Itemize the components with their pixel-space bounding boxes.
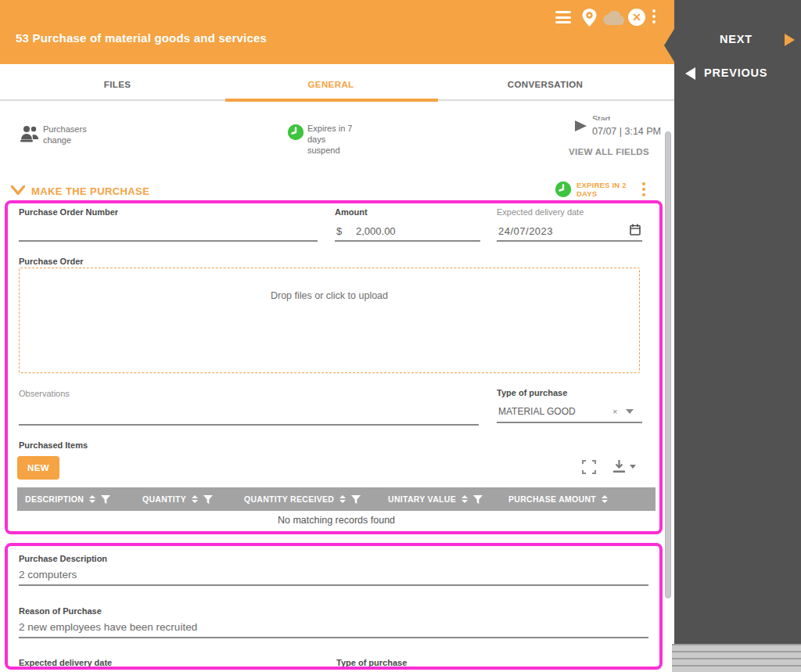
purchase-description-field[interactable]: 2 computers [19, 569, 77, 580]
purchase-description-label: Purchase Description [19, 554, 107, 563]
reason-underline [19, 637, 648, 638]
type-of-purchase-select[interactable]: MATERIAL GOOD [498, 406, 576, 417]
page-title: 53 Purchase of material goods and servic… [16, 31, 267, 45]
delivery-date-underline [497, 240, 642, 242]
dropzone-hint: Drop files or click to upload [20, 290, 639, 301]
section-expiry-clock-icon [555, 181, 571, 197]
filter-icon[interactable] [473, 495, 483, 504]
observations-input[interactable] [19, 424, 479, 426]
section-title[interactable]: MAKE THE PURCHASE [31, 185, 149, 197]
location-pin-icon[interactable] [581, 8, 598, 31]
kebab-menu-icon[interactable] [652, 9, 656, 26]
previous-arrow-icon[interactable] [685, 67, 695, 80]
file-dropzone[interactable]: Drop files or click to upload [19, 268, 640, 373]
table-empty-message: No matching records found [17, 511, 656, 531]
clear-selection-icon[interactable]: × [612, 407, 617, 416]
purchasers-group-icon [20, 123, 40, 143]
select-caret-icon[interactable] [626, 409, 634, 414]
purchase-description-underline [19, 584, 648, 586]
items-table-header: DESCRIPTION QUANTITY QUANTITY RECEIVED U… [17, 487, 656, 511]
sort-icon[interactable] [339, 495, 346, 503]
col-quantity-received[interactable]: QUANTITY RECEIVED [244, 494, 334, 504]
amount-label: Amount [335, 207, 368, 217]
start-datetime: 07/07 | 3:14 PM [592, 126, 661, 137]
cloud-icon[interactable] [602, 11, 625, 29]
reason-of-purchase-label: Reason of Purchase [19, 606, 102, 616]
purchased-items-label: Purchased Items [19, 440, 88, 450]
chevron-down-icon[interactable] [11, 185, 25, 196]
expiry-info: Expires in 7 days suspend [307, 123, 352, 156]
filter-icon[interactable] [351, 495, 361, 504]
sort-icon[interactable] [462, 495, 468, 503]
tab-conversation[interactable]: CONVERSATION [485, 80, 605, 89]
sort-icon[interactable] [192, 495, 198, 503]
menu-icon[interactable] [555, 11, 571, 27]
calendar-icon[interactable] [630, 224, 641, 235]
col-purchase-amount[interactable]: PURCHASE AMOUNT [508, 494, 596, 504]
start-flag-icon [575, 120, 587, 131]
app-window: 53 Purchase of material goods and servic… [0, 0, 801, 672]
col-description[interactable]: DESCRIPTION [25, 494, 84, 504]
details-form-highlight: Purchase Description 2 computers Reason … [5, 543, 663, 670]
amount-field[interactable]: 2,000.00 [356, 225, 396, 237]
col-quantity[interactable]: QUANTITY [142, 494, 186, 504]
delivery-date-label: Expected delivery date [497, 207, 584, 217]
type-of-purchase-label-2: Type of purchase [336, 658, 407, 667]
view-all-fields-button[interactable]: VIEW ALL FIELDS [569, 147, 649, 156]
amount-input-underline [335, 240, 480, 242]
next-button[interactable]: NEXT [720, 33, 753, 45]
delivery-date-label-2: Expected delivery date [19, 658, 112, 667]
type-of-purchase-label: Type of purchase [497, 388, 567, 397]
filter-icon[interactable] [101, 495, 110, 504]
active-tab-indicator [225, 99, 438, 102]
section-expiry-badge: EXPIRES IN 2 DAYS [577, 181, 627, 198]
po-number-input[interactable] [19, 240, 318, 242]
fullscreen-icon[interactable] [582, 460, 596, 474]
start-label: Start [592, 114, 610, 120]
reason-of-purchase-field[interactable]: 2 new employees have been recruited [19, 621, 197, 633]
assignee-info: Purchasers change [43, 124, 87, 146]
previous-button[interactable]: PREVIOUS [704, 66, 767, 79]
sort-icon[interactable] [602, 495, 608, 503]
po-number-label: Purchase Order Number [19, 207, 118, 217]
app-header: 53 Purchase of material goods and servic… [0, 0, 674, 64]
navigation-sidebar: NEXT PREVIOUS [674, 0, 801, 644]
amount-currency: $ [336, 225, 342, 237]
tab-general[interactable]: GENERAL [274, 80, 388, 89]
tab-files[interactable]: FILES [63, 80, 172, 89]
export-caret-icon[interactable] [630, 465, 636, 469]
col-unitary-value[interactable]: UNITARY VALUE [388, 494, 456, 504]
delivery-date-field[interactable]: 24/07/2023 [498, 225, 553, 237]
collapsed-panels-stripes [672, 644, 801, 672]
close-circle-icon[interactable]: ✕ [628, 9, 645, 26]
sort-icon[interactable] [89, 495, 95, 503]
expiry-clock-icon [288, 124, 304, 140]
section-kebab-menu-icon[interactable] [642, 182, 645, 199]
purchase-form-highlight: Purchase Order Number Amount $ 2,000.00 … [5, 200, 663, 534]
observations-label: Observations [19, 389, 70, 398]
export-download-icon[interactable] [612, 459, 626, 473]
purchase-order-label: Purchase Order [19, 257, 84, 266]
next-arrow-icon[interactable] [785, 34, 795, 46]
sidebar-collapse-notch[interactable] [664, 29, 674, 62]
new-item-button[interactable]: NEW [17, 456, 59, 480]
filter-icon[interactable] [203, 495, 213, 504]
vertical-scrollbar[interactable] [665, 131, 671, 598]
type-underline [497, 422, 642, 423]
